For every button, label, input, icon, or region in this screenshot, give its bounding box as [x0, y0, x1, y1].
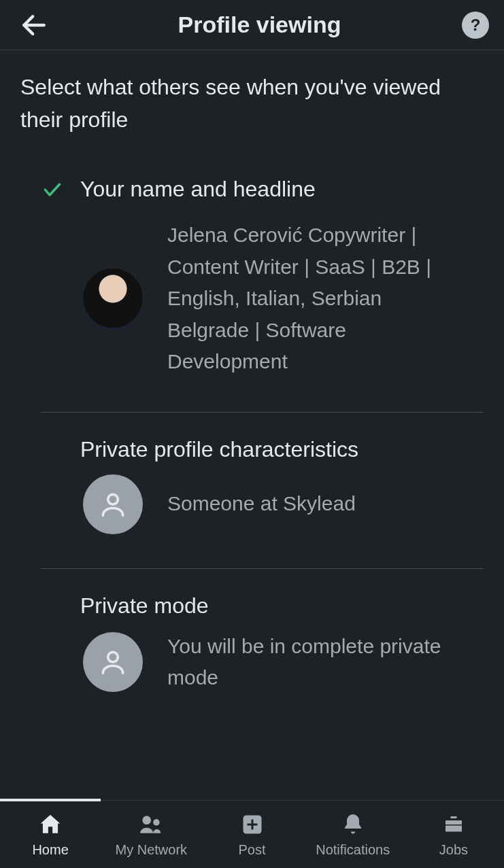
nav-jobs[interactable]: Jobs	[403, 801, 504, 868]
nav-label: My Network	[116, 842, 188, 858]
profile-avatar	[83, 268, 143, 328]
bottom-nav: Home My Network Post	[0, 800, 504, 868]
header: Profile viewing ?	[0, 0, 504, 50]
svg-point-1	[108, 494, 118, 504]
plus-square-icon	[240, 811, 265, 838]
option-header-row: Private profile characteristics	[41, 437, 484, 462]
visibility-option-semi-private[interactable]: Private profile characteristics Someone …	[20, 437, 484, 555]
people-icon	[138, 811, 164, 838]
svg-point-3	[143, 816, 152, 824]
content: Select what others see when you've viewe…	[0, 50, 504, 714]
nav-label: Home	[32, 842, 68, 858]
home-icon	[37, 811, 63, 838]
divider	[41, 568, 484, 569]
option-header-row: Private mode	[41, 593, 484, 619]
divider	[41, 412, 484, 413]
nav-home[interactable]: Home	[0, 801, 101, 868]
page-subheading: Select what others see when you've viewe…	[20, 71, 484, 136]
visibility-option-private[interactable]: Private mode You will be in complete pri…	[20, 593, 484, 714]
check-icon	[41, 179, 63, 201]
nav-notifications[interactable]: Notifications	[303, 801, 403, 868]
option-title: Your name and headline	[80, 177, 316, 202]
nav-post[interactable]: Post	[201, 801, 302, 868]
anonymous-avatar	[83, 474, 143, 534]
person-icon	[98, 647, 128, 677]
option-check-slot	[41, 179, 64, 201]
option-detail: Someone at Skylead	[167, 488, 356, 520]
arrow-left-icon	[19, 10, 49, 40]
option-body: Someone at Skylead	[83, 474, 484, 534]
svg-point-2	[108, 652, 118, 662]
nav-label: Notifications	[316, 842, 390, 858]
option-title: Private profile characteristics	[80, 437, 358, 462]
question-mark-icon: ?	[471, 16, 481, 35]
option-detail: You will be in complete private mode	[167, 631, 446, 694]
option-body: You will be in complete private mode	[83, 631, 484, 694]
nav-label: Jobs	[439, 842, 468, 858]
person-icon	[98, 489, 128, 519]
svg-rect-7	[247, 824, 257, 826]
back-button[interactable]	[19, 6, 57, 44]
briefcase-icon	[441, 811, 466, 838]
option-detail: Jelena Cerović Copywriter | Content Writ…	[167, 220, 446, 378]
option-header-row: Your name and headline	[41, 177, 484, 202]
bell-icon	[341, 811, 365, 838]
visibility-option-full[interactable]: Your name and headline Jelena Cerović Co…	[20, 177, 484, 398]
option-body: Jelena Cerović Copywriter | Content Writ…	[83, 220, 484, 378]
help-button[interactable]: ?	[462, 12, 489, 39]
nav-active-indicator	[0, 799, 101, 801]
nav-label: Post	[238, 842, 265, 858]
anonymous-avatar	[83, 632, 143, 692]
svg-point-4	[153, 819, 160, 826]
nav-network[interactable]: My Network	[101, 801, 201, 868]
page-title: Profile viewing	[57, 12, 462, 38]
option-title: Private mode	[80, 593, 209, 619]
